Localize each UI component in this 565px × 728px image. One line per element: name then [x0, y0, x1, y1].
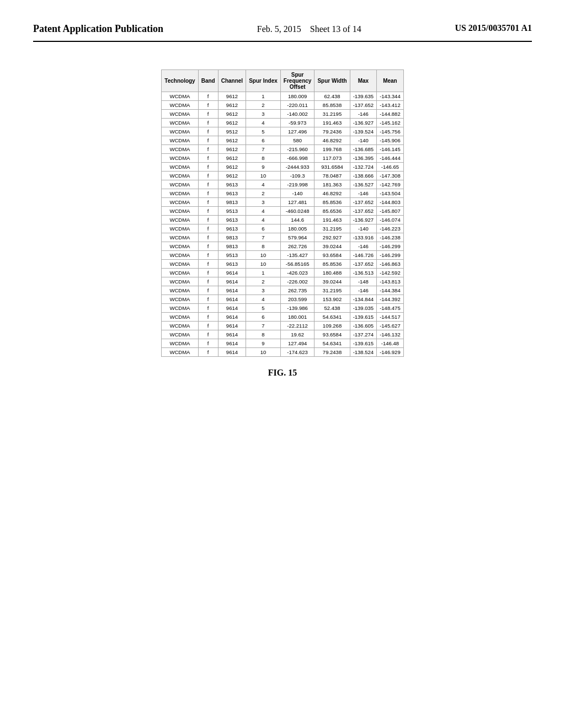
- table-cell-15-4: 180.005: [280, 224, 315, 233]
- table-cell-11-6: -146: [350, 189, 377, 197]
- table-row: WCDMAf96122-220.01185.8538-137.652-143.4…: [162, 100, 403, 109]
- table-cell-12-1: f: [198, 197, 218, 206]
- table-cell-7-5: 117.073: [315, 153, 350, 162]
- table-cell-4-7: -145.756: [377, 127, 404, 136]
- table-cell-9-3: 10: [246, 171, 281, 180]
- table-row: WCDMAf961210-109.378.0487-138.666-147.30…: [162, 171, 403, 180]
- table-cell-20-2: 9614: [218, 268, 246, 277]
- table-cell-17-7: -146.299: [377, 242, 404, 250]
- col-mean: Mean: [377, 69, 404, 92]
- table-cell-8-5: 931.6584: [315, 162, 350, 171]
- table-cell-13-6: -137.652: [350, 206, 377, 215]
- table-cell-26-3: 7: [246, 321, 281, 330]
- table-cell-28-1: f: [198, 339, 218, 347]
- table-cell-28-3: 9: [246, 339, 281, 347]
- table-cell-10-0: WCDMA: [162, 180, 198, 189]
- table-cell-6-2: 9612: [218, 144, 246, 153]
- table-header-row: Technology Band Channel Spur Index SpurF…: [162, 69, 403, 92]
- table-cell-15-6: -140: [350, 224, 377, 233]
- table-row: WCDMAf96123-140.00231.2195-146-144.882: [162, 109, 403, 118]
- table-cell-26-6: -136.605: [350, 321, 377, 330]
- table-cell-22-6: -146: [350, 286, 377, 295]
- table-cell-22-3: 3: [246, 286, 281, 295]
- table-row: WCDMAf96144203.599153.902-134.844-144.39…: [162, 295, 403, 303]
- table-cell-3-1: f: [198, 118, 218, 127]
- table-cell-4-2: 9512: [218, 127, 246, 136]
- table-cell-26-1: f: [198, 321, 218, 330]
- table-row: WCDMAf95134-460.024885.6536-137.652-145.…: [162, 206, 403, 215]
- page-header: Patent Application Publication Feb. 5, 2…: [33, 22, 532, 42]
- table-cell-19-5: 85.8536: [315, 259, 350, 268]
- table-cell-23-6: -134.844: [350, 295, 377, 303]
- table-cell-14-3: 4: [246, 215, 281, 224]
- table-cell-0-2: 9612: [218, 92, 246, 100]
- table-cell-19-4: -56.85165: [280, 259, 315, 268]
- header-left: Patent Application Publication: [33, 22, 163, 36]
- table-cell-25-4: 180.001: [280, 312, 315, 321]
- table-row: WCDMAf96129-2444.933931.6584-132.724-146…: [162, 162, 403, 171]
- table-cell-3-4: -59.973: [280, 118, 315, 127]
- table-cell-3-7: -145.162: [377, 118, 404, 127]
- table-cell-3-2: 9612: [218, 118, 246, 127]
- table-cell-23-1: f: [198, 295, 218, 303]
- table-cell-19-2: 9613: [218, 259, 246, 268]
- table-cell-10-7: -142.769: [377, 180, 404, 189]
- table-cell-7-6: -136.395: [350, 153, 377, 162]
- table-cell-20-7: -142.592: [377, 268, 404, 277]
- table-cell-16-2: 9813: [218, 233, 246, 242]
- table-cell-0-3: 1: [246, 92, 281, 100]
- sheet-number: Sheet 13 of 14: [310, 24, 361, 34]
- table-cell-13-1: f: [198, 206, 218, 215]
- table-cell-13-0: WCDMA: [162, 206, 198, 215]
- table-cell-18-4: -135.427: [280, 250, 315, 259]
- table-cell-21-0: WCDMA: [162, 277, 198, 286]
- table-cell-17-6: -146: [350, 242, 377, 250]
- col-spur-freq: SpurFrequencyOffset: [280, 69, 315, 92]
- table-cell-1-6: -137.652: [350, 100, 377, 109]
- table-cell-24-4: -139.986: [280, 303, 315, 312]
- table-cell-25-3: 6: [246, 312, 281, 321]
- table-row: WCDMAf96143262.73531.2195-146-144.384: [162, 286, 403, 295]
- table-cell-8-0: WCDMA: [162, 162, 198, 171]
- table-cell-15-5: 31.2195: [315, 224, 350, 233]
- table-cell-21-1: f: [198, 277, 218, 286]
- table-row: WCDMAf98137579.964292.927-133.916-146.23…: [162, 233, 403, 242]
- table-row: WCDMAf96127-215.960199.768-136.685-146.1…: [162, 144, 403, 153]
- table-cell-3-6: -136.927: [350, 118, 377, 127]
- table-cell-21-7: -143.813: [377, 277, 404, 286]
- table-cell-8-7: -146.65: [377, 162, 404, 171]
- table-cell-15-3: 6: [246, 224, 281, 233]
- col-spur-index: Spur Index: [246, 69, 281, 92]
- table-cell-15-2: 9613: [218, 224, 246, 233]
- table-cell-21-2: 9614: [218, 277, 246, 286]
- col-max: Max: [350, 69, 377, 92]
- table-cell-23-3: 4: [246, 295, 281, 303]
- table-cell-24-1: f: [198, 303, 218, 312]
- table-cell-6-0: WCDMA: [162, 144, 198, 153]
- table-cell-27-4: 19.62: [280, 330, 315, 339]
- table-cell-7-0: WCDMA: [162, 153, 198, 162]
- table-row: WCDMAf98138262.72639.0244-146-146.299: [162, 242, 403, 250]
- table-cell-5-0: WCDMA: [162, 136, 198, 144]
- table-cell-3-0: WCDMA: [162, 118, 198, 127]
- table-cell-2-1: f: [198, 109, 218, 118]
- table-cell-14-6: -136.927: [350, 215, 377, 224]
- table-cell-16-6: -133.916: [350, 233, 377, 242]
- table-cell-12-3: 3: [246, 197, 281, 206]
- table-cell-17-4: 262.726: [280, 242, 315, 250]
- table-cell-28-7: -146.48: [377, 339, 404, 347]
- table-cell-15-7: -146.223: [377, 224, 404, 233]
- table-cell-14-4: 144.6: [280, 215, 315, 224]
- table-cell-16-4: 579.964: [280, 233, 315, 242]
- table-cell-26-2: 9614: [218, 321, 246, 330]
- table-cell-4-0: WCDMA: [162, 127, 198, 136]
- table-cell-19-7: -146.863: [377, 259, 404, 268]
- table-cell-1-3: 2: [246, 100, 281, 109]
- table-cell-17-2: 9813: [218, 242, 246, 250]
- table-row: WCDMAf96134-219.998181.363-136.527-142.7…: [162, 180, 403, 189]
- table-cell-21-5: 39.0244: [315, 277, 350, 286]
- table-cell-18-6: -146.726: [350, 250, 377, 259]
- table-cell-2-2: 9612: [218, 109, 246, 118]
- table-cell-1-1: f: [198, 100, 218, 109]
- publication-title: Patent Application Publication: [33, 23, 163, 34]
